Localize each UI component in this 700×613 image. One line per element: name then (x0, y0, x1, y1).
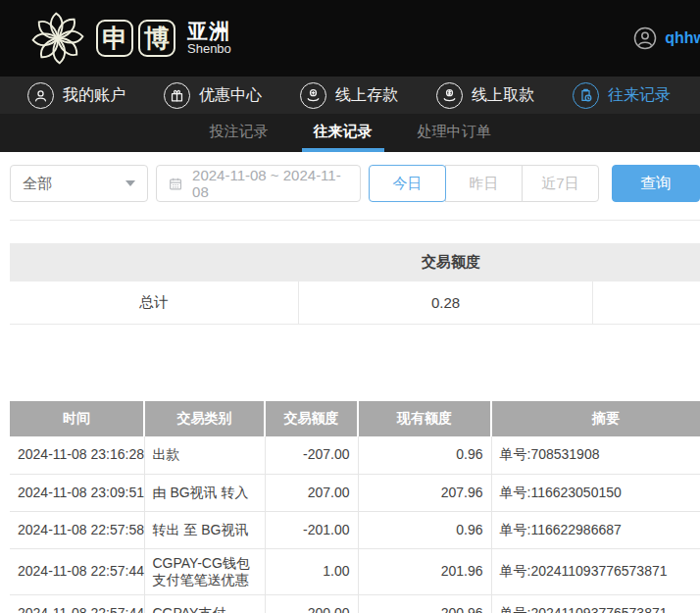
summary-empty-cell (593, 281, 700, 324)
nav-label: 我的账户 (63, 85, 125, 106)
cell-time: 2024-11-08 22:57:44 (10, 548, 144, 594)
site-logo[interactable]: 申 博 亚洲 Shenbo (29, 10, 231, 67)
summary-table: 交易额度 总计 0.28 (10, 243, 700, 325)
nav-label: 线上存款 (335, 85, 398, 106)
type-select[interactable]: 全部 (10, 165, 148, 202)
cell-summary: 单号:708531908 (491, 436, 700, 474)
col-header-balance: 现有额度 (358, 401, 491, 436)
cell-amount: 1.00 (265, 548, 358, 594)
tab-betting-records[interactable]: 投注记录 (198, 114, 280, 152)
username-text[interactable]: qhhw (665, 29, 700, 47)
search-button[interactable]: 查询 (612, 165, 700, 202)
cell-amount: -201.00 (265, 511, 358, 548)
cell-time: 2024-11-08 23:09:51 (10, 474, 144, 511)
cell-balance: 200.96 (358, 594, 491, 613)
section-divider (10, 220, 700, 221)
deposit-icon (300, 82, 326, 109)
last7days-button[interactable]: 近7日 (522, 165, 599, 202)
quick-date-group: 今日 昨日 近7日 (369, 165, 599, 202)
yesterday-button[interactable]: 昨日 (445, 165, 523, 202)
gift-icon (164, 82, 190, 109)
logo-char-shen: 申 (96, 20, 133, 57)
table-row: 2024-11-08 23:16:28 出款 -207.00 0.96 单号:7… (10, 436, 700, 474)
brand-header: 申 博 亚洲 Shenbo qhhw (0, 0, 700, 77)
user-icon (27, 82, 54, 109)
summary-header: 交易额度 (10, 243, 700, 281)
cell-summary: 单号:202411093776573871 (491, 548, 700, 594)
cell-balance: 0.96 (358, 511, 491, 548)
table-row: 2024-11-08 22:57:58 转出 至 BG视讯 -201.00 0.… (10, 511, 700, 548)
nav-label: 优惠中心 (199, 85, 262, 106)
logo-english-text: Shenbo (187, 42, 231, 56)
main-navigation: 我的账户 优惠中心 线上存款 线上取款 往来记录 信息 (0, 77, 700, 114)
chevron-down-icon (125, 180, 135, 186)
summary-total-label: 总计 (10, 281, 299, 324)
transactions-table: 时间 交易类别 交易额度 现有额度 摘要 2024-11-08 23:16:28… (10, 401, 700, 613)
cell-amount: 200.00 (265, 594, 358, 613)
cell-type: CGPAY支付 (144, 594, 265, 613)
nav-item-promotions[interactable]: 优惠中心 (164, 82, 262, 109)
col-header-summary: 摘要 (491, 401, 700, 436)
logo-char-bo: 博 (138, 20, 175, 57)
date-range-value: 2024-11-08 ~ 2024-11-08 (192, 167, 349, 200)
nav-item-transactions[interactable]: 往来记录 (573, 82, 671, 109)
summary-total-row: 总计 0.28 (10, 281, 700, 325)
logo-boxed-chars: 申 博 (96, 20, 175, 57)
cell-summary: 单号:116623050150 (491, 474, 700, 511)
cell-type: 转出 至 BG视讯 (144, 511, 265, 548)
type-select-value: 全部 (23, 175, 52, 193)
table-row: 2024-11-08 22:57:44 CGPAY-CG钱包支付笔笔送优惠 1.… (10, 548, 700, 594)
cell-balance: 0.96 (358, 436, 491, 474)
nav-item-my-account[interactable]: 我的账户 (27, 82, 125, 109)
nav-label: 往来记录 (608, 85, 671, 106)
logo-region-text: 亚洲 (187, 21, 231, 42)
cell-balance: 201.96 (358, 548, 491, 594)
nav-label: 线上取款 (472, 85, 534, 106)
cell-time: 2024-11-08 22:57:58 (10, 511, 144, 548)
cell-balance: 207.96 (358, 474, 491, 511)
cell-time: 2024-11-08 22:57:44 (10, 594, 144, 613)
cell-type: CGPAY-CG钱包支付笔笔送优惠 (144, 548, 265, 594)
cell-time: 2024-11-08 23:16:28 (10, 436, 144, 474)
cell-amount: -207.00 (265, 436, 358, 474)
flower-logo-icon (29, 10, 86, 67)
avatar-icon (633, 26, 657, 50)
summary-total-value: 0.28 (299, 281, 593, 324)
nav-item-deposit[interactable]: 线上存款 (300, 82, 398, 109)
date-range-input[interactable]: 2024-11-08 ~ 2024-11-08 (156, 165, 361, 202)
records-tab-bar: 投注记录 往来记录 处理中订单 (0, 114, 700, 152)
table-row: 2024-11-08 22:57:44 CGPAY支付 200.00 200.9… (10, 594, 700, 613)
col-header-amount: 交易额度 (265, 401, 358, 436)
cell-summary: 单号:202411093776573871 (491, 594, 700, 613)
cell-type: 由 BG视讯 转入 (144, 474, 265, 511)
today-button[interactable]: 今日 (369, 165, 446, 202)
cell-summary: 单号:116622986687 (491, 511, 700, 548)
col-header-type: 交易类别 (144, 401, 265, 436)
filter-bar: 全部 2024-11-08 ~ 2024-11-08 今日 昨日 近7日 查询 (10, 165, 700, 202)
tab-transaction-records[interactable]: 往来记录 (302, 114, 384, 152)
withdraw-icon (436, 82, 463, 109)
tab-processing-orders[interactable]: 处理中订单 (406, 114, 503, 152)
cell-amount: 207.00 (265, 474, 358, 511)
user-account-area[interactable]: qhhw (633, 0, 700, 77)
calendar-icon (168, 176, 183, 192)
cell-type: 出款 (144, 436, 265, 474)
col-header-time: 时间 (10, 401, 144, 436)
table-row: 2024-11-08 23:09:51 由 BG视讯 转入 207.00 207… (10, 474, 700, 511)
records-icon (573, 82, 599, 109)
table-header-row: 时间 交易类别 交易额度 现有额度 摘要 (10, 401, 700, 436)
nav-item-withdraw[interactable]: 线上取款 (436, 82, 534, 109)
